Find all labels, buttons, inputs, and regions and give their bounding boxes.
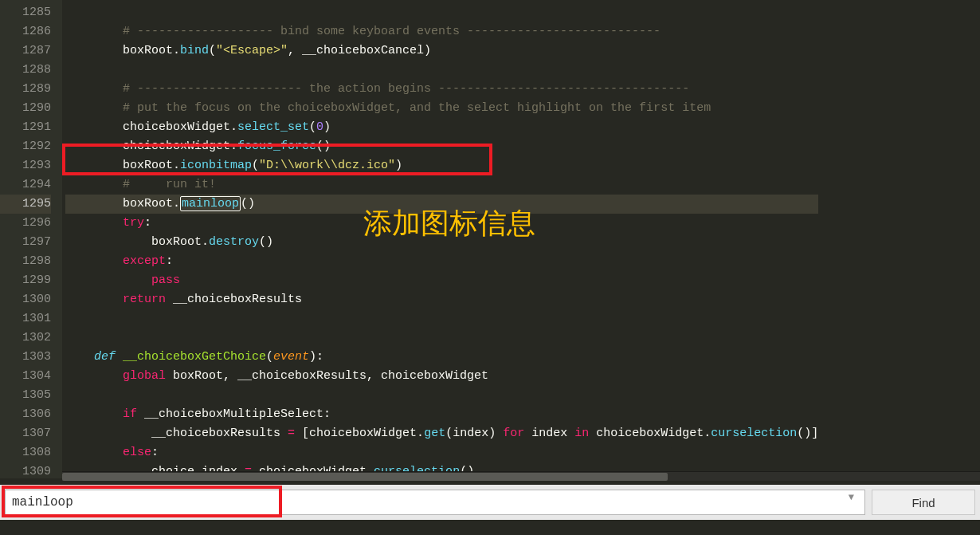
code-line[interactable]: choiceboxWidget.select_set(0) [65, 118, 818, 137]
code-line[interactable]: else: [65, 443, 818, 462]
code-line[interactable]: # put the focus on the choiceboxWidget, … [65, 99, 818, 118]
code-line[interactable]: choiceboxWidget.focus_force() [65, 137, 818, 156]
code-line[interactable] [65, 309, 818, 328]
code-line[interactable]: global boxRoot, __choiceboxResults, choi… [65, 367, 818, 386]
code-line[interactable]: boxRoot.mainloop() [65, 195, 818, 214]
find-button[interactable]: Find [872, 490, 975, 515]
code-line[interactable]: # ------------------- bind some keyboard… [65, 22, 818, 41]
code-line[interactable]: boxRoot.destroy() [65, 233, 818, 252]
find-input[interactable] [5, 490, 865, 515]
code-line[interactable]: __choiceboxResults = [choiceboxWidget.ge… [65, 424, 818, 443]
code-line[interactable]: def __choiceboxGetChoice(event): [65, 348, 818, 367]
find-bar: Find [0, 485, 980, 520]
line-number-gutter: 1285128612871288128912901291129212931294… [0, 0, 62, 478]
code-line[interactable]: pass [65, 271, 818, 290]
code-line[interactable]: return __choiceboxResults [65, 290, 818, 309]
code-line[interactable] [65, 61, 818, 80]
code-line[interactable]: boxRoot.iconbitmap("D:\\work\\dcz.ico") [65, 156, 818, 175]
horizontal-scrollbar-thumb[interactable] [62, 473, 668, 481]
code-line[interactable] [65, 3, 818, 22]
code-line[interactable]: except: [65, 252, 818, 271]
code-line[interactable]: if __choiceboxMultipleSelect: [65, 405, 818, 424]
code-editor[interactable]: 1285128612871288128912901291129212931294… [0, 0, 980, 478]
code-line[interactable]: # ----------------------- the action beg… [65, 80, 818, 99]
code-line[interactable]: boxRoot.bind("<Escape>", __choiceboxCanc… [65, 41, 818, 61]
code-content[interactable]: # ------------------- bind some keyboard… [62, 0, 818, 478]
code-line[interactable]: try: [65, 214, 818, 233]
code-line[interactable]: # run it! [65, 175, 818, 195]
code-line[interactable] [65, 328, 818, 348]
code-line[interactable] [65, 386, 818, 405]
horizontal-scrollbar-track[interactable] [62, 471, 980, 481]
